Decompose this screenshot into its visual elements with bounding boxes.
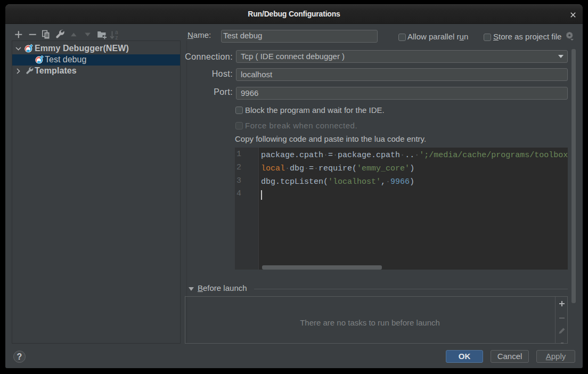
svg-text:z: z — [116, 35, 118, 40]
